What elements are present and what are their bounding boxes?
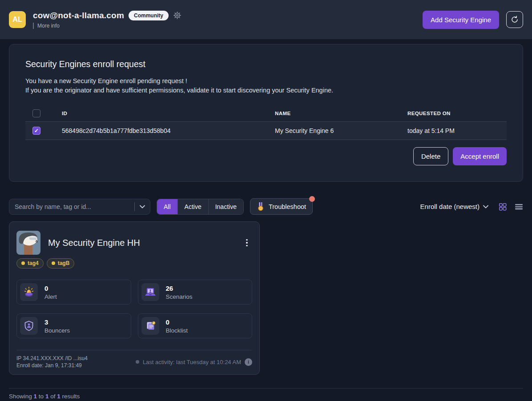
stat-value: 0 — [166, 318, 188, 326]
account-block: cow@not-a-llama.com Community More info — [33, 11, 181, 29]
security-engine-card: My Security Engine HH tag4 tagB — [9, 221, 260, 375]
row-id: 568498c2d74b5b1a777fdbe313d58b04 — [62, 127, 275, 134]
engines-toolbar: All Active Inactive Troubleshoot Enroll … — [9, 198, 523, 215]
engine-stats: 0 Alert 26 Scenarios — [16, 280, 252, 338]
engine-card-footer: IP 34.241.XXX.XXX /ID ...isu4 Enroll dat… — [16, 350, 252, 369]
tab-active[interactable]: Active — [177, 199, 208, 214]
stat-value: 26 — [166, 285, 193, 292]
row-checkbox[interactable]: ✓ — [32, 127, 40, 135]
more-info-link[interactable]: More info — [37, 23, 60, 29]
stat-label: Alert — [44, 293, 57, 300]
results-total: 1 — [57, 393, 60, 400]
enroll-card-title: Security Engines enroll request — [25, 59, 507, 69]
stat-tile-scenarios[interactable]: 26 Scenarios — [138, 280, 253, 305]
tag-label: tagB — [58, 260, 70, 266]
stat-label: Blocklist — [166, 327, 188, 334]
results-from: 1 — [34, 393, 37, 400]
column-header-name: NAME — [275, 111, 407, 116]
troubleshoot-button[interactable]: Troubleshoot — [250, 198, 313, 215]
table-row[interactable]: ✓ 568498c2d74b5b1a777fdbe313d58b04 My Se… — [25, 122, 507, 140]
main-content: Security Engines enroll request You have… — [0, 44, 532, 375]
chevron-down-icon — [483, 205, 488, 209]
search-input[interactable] — [9, 203, 134, 210]
engine-enroll-date: Enroll date: Jan 9, 17:31:49 — [16, 362, 88, 369]
divider — [33, 23, 34, 29]
laptop-icon — [141, 283, 159, 301]
siren-icon — [20, 283, 38, 301]
stat-label: Bouncers — [44, 327, 70, 334]
enroll-card-description: You have a new Security Engine enroll pe… — [25, 76, 507, 95]
row-name: My Security Engine 6 — [275, 127, 407, 134]
stat-value: 0 — [44, 285, 57, 292]
delete-button[interactable]: Delete — [413, 147, 448, 165]
enroll-table: ID NAME REQUESTED ON ✓ 568498c2d74b5b1a7… — [25, 105, 507, 140]
results-suffix: results — [62, 393, 80, 400]
refresh-icon — [510, 15, 519, 24]
enroll-table-header: ID NAME REQUESTED ON — [25, 105, 507, 122]
enroll-line-1: You have a new Security Engine enroll pe… — [25, 76, 507, 86]
row-requested-on: today at 5:14 PM — [407, 127, 507, 134]
list-view-icon — [515, 203, 523, 210]
blocklist-icon — [141, 317, 159, 335]
last-activity-text: Last activity: last Tuesday at 10:24 AM — [143, 359, 241, 365]
results-summary: Showing 1 to 1 of 1 results — [9, 388, 523, 400]
sort-label: Enroll date (newest) — [420, 203, 480, 210]
search-options-toggle[interactable] — [135, 199, 150, 214]
column-header-id: ID — [62, 111, 275, 116]
stat-tile-bouncers[interactable]: 3 Bouncers — [16, 313, 131, 338]
avatar: AL — [9, 11, 26, 28]
tab-inactive[interactable]: Inactive — [208, 199, 243, 214]
tab-all[interactable]: All — [157, 199, 177, 214]
tag-dot-icon — [52, 261, 55, 265]
sort-dropdown[interactable]: Enroll date (newest) — [420, 203, 488, 210]
account-email: cow@not-a-llama.com — [33, 11, 124, 20]
tag-label: tag4 — [28, 260, 39, 266]
results-to: 1 — [45, 393, 49, 400]
engine-menu-button[interactable] — [242, 237, 252, 249]
tag-chip[interactable]: tagB — [47, 258, 75, 269]
search-box — [9, 199, 150, 215]
activity-status-dot — [136, 360, 139, 364]
grid-view-icon — [498, 202, 507, 211]
filter-tabs: All Active Inactive — [157, 199, 244, 215]
enroll-line-2: If you are the originator and have suffi… — [25, 86, 507, 95]
grid-view-button[interactable] — [498, 202, 507, 211]
engine-title: My Security Engine HH — [48, 238, 242, 248]
stat-tile-alerts[interactable]: 0 Alert — [16, 280, 131, 305]
gear-icon[interactable] — [173, 11, 181, 20]
stat-value: 3 — [44, 318, 70, 326]
top-header: AL cow@not-a-llama.com Community — [0, 0, 532, 39]
select-all-checkbox[interactable] — [32, 109, 40, 117]
column-header-requested-on: REQUESTED ON — [407, 111, 507, 116]
shield-icon — [20, 317, 38, 335]
stat-tile-blocklist[interactable]: 0 Blocklist — [138, 313, 253, 338]
tag-dot-icon — [21, 261, 25, 265]
enroll-request-card: Security Engines enroll request You have… — [9, 44, 523, 182]
refresh-button[interactable] — [506, 11, 523, 28]
engine-ip-id: IP 34.241.XXX.XXX /ID ...isu4 — [16, 355, 88, 362]
medal-icon — [257, 202, 265, 212]
engine-tags: tag4 tagB — [16, 258, 252, 269]
tag-chip[interactable]: tag4 — [16, 258, 44, 269]
add-security-engine-button[interactable]: Add Security Engine — [423, 11, 499, 29]
stat-label: Scenarios — [166, 293, 193, 300]
info-icon[interactable]: i — [245, 358, 252, 366]
notification-dot — [309, 196, 315, 202]
troubleshoot-label: Troubleshoot — [269, 203, 306, 210]
plan-badge: Community — [129, 11, 169, 20]
accept-enroll-button[interactable]: Accept enroll — [453, 147, 507, 165]
results-prefix: Showing — [9, 393, 32, 400]
list-view-button[interactable] — [515, 203, 523, 210]
engine-avatar — [16, 231, 40, 255]
